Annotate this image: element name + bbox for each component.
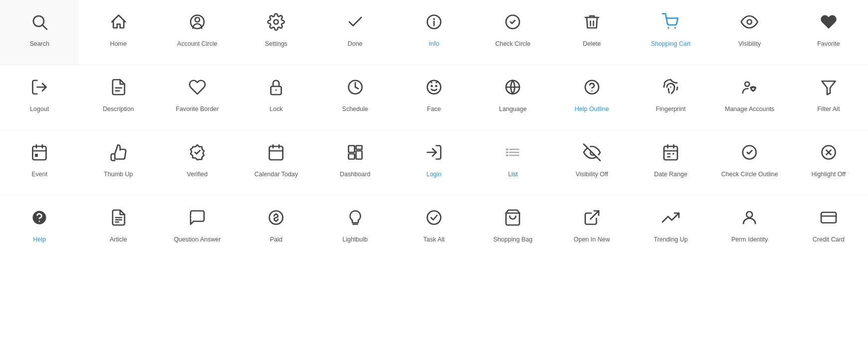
icon-cell-favorite-border[interactable]: Favorite Border [158,65,237,130]
svg-point-3 [195,17,199,22]
perm-identity-label: Perm Identity [731,235,768,243]
svg-point-18 [427,81,440,94]
svg-rect-72 [821,213,836,223]
visibility-off-label: Visibility Off [576,170,608,178]
task-alt-label: Task Alt [423,235,444,243]
open-in-new-icon [583,207,601,229]
icon-cell-question-answer[interactable]: Question Answer [158,196,237,260]
check-circle-icon [504,11,522,33]
icon-cell-shopping-cart[interactable]: Shopping Cart [631,0,710,65]
icon-cell-delete[interactable]: Delete [553,0,631,65]
icon-cell-account-circle[interactable]: Account Circle [158,0,237,65]
svg-point-26 [591,90,592,91]
icon-cell-done[interactable]: Done [315,0,394,65]
icon-cell-face[interactable]: Face [395,65,473,130]
schedule-icon [346,76,364,98]
lightbulb-icon [346,207,364,229]
icon-cell-schedule[interactable]: Schedule [315,65,394,130]
icon-cell-calendar-today[interactable]: Calendar Today [237,130,315,195]
svg-line-1 [43,25,47,29]
icon-cell-list[interactable]: List [473,130,552,195]
paid-label: Paid [270,235,283,243]
icon-cell-search[interactable]: Search [0,0,79,65]
manage-accounts-icon [740,76,758,98]
question-answer-icon [188,207,206,229]
fingerprint-icon [662,76,680,98]
check-circle-outline-label: Check Circle Outline [721,170,778,178]
trending-up-label: Trending Up [654,235,688,243]
highlight-off-label: Highlight Off [812,170,846,178]
icon-cell-verified[interactable]: Verified [158,130,237,195]
search-label: Search [29,40,49,48]
icon-cell-event[interactable]: Event [0,130,79,195]
highlight-off-icon [820,141,838,163]
icon-cell-language[interactable]: Language [473,65,552,130]
icon-cell-info[interactable]: Info [395,0,473,65]
description-label: Description [103,105,134,113]
icon-cell-perm-identity[interactable]: Perm Identity [710,196,789,260]
icon-cell-favorite[interactable]: Favorite [789,0,868,65]
lock-label: Lock [270,105,283,113]
icon-cell-fingerprint[interactable]: Fingerprint [631,65,710,130]
icon-cell-thumb-up[interactable]: Thumb Up [79,130,157,195]
icon-cell-highlight-off[interactable]: Highlight Off [789,130,868,195]
icon-cell-article[interactable]: Article [79,196,157,260]
list-icon [504,141,522,163]
icon-cell-shopping-bag[interactable]: Shopping Bag [473,196,552,260]
icon-cell-check-circle-outline[interactable]: Check Circle Outline [710,130,789,195]
icon-cell-home[interactable]: Home [79,0,157,65]
date-range-icon [662,141,680,163]
icon-cell-dashboard[interactable]: Dashboard [315,130,394,195]
icon-cell-lock[interactable]: Lock [237,65,315,130]
verified-label: Verified [187,170,208,178]
account-circle-label: Account Circle [177,40,218,48]
lightbulb-label: Lightbulb [342,235,368,243]
icon-cell-date-range[interactable]: Date Range [631,130,710,195]
svg-rect-41 [356,151,362,159]
favorite-icon [820,11,838,33]
icon-cell-credit-card[interactable]: Credit Card [789,196,868,260]
icon-cell-help-outline[interactable]: Help Outline [553,65,631,130]
icon-cell-visibility-off[interactable]: Visibility Off [553,130,631,195]
shopping-cart-label: Shopping Cart [651,40,691,48]
logout-icon [30,76,48,98]
logout-label: Logout [30,105,49,113]
icon-cell-lightbulb[interactable]: Lightbulb [315,196,394,260]
visibility-off-icon [583,141,601,163]
icon-cell-task-alt[interactable]: Task Alt [395,196,473,260]
account-circle-icon [188,11,206,33]
svg-point-62 [33,211,46,225]
icon-cell-trending-up[interactable]: Trending Up [631,196,710,260]
paid-icon [267,207,285,229]
svg-rect-42 [348,154,354,159]
info-label: Info [429,40,439,48]
icon-cell-help[interactable]: Help [0,196,79,260]
svg-point-27 [745,82,749,87]
task-alt-icon [425,207,443,229]
delete-icon [583,11,601,33]
credit-card-label: Credit Card [813,235,845,243]
thumb-up-icon [110,141,128,163]
check-circle-outline-icon [740,141,758,163]
verified-icon [188,141,206,163]
icon-cell-manage-accounts[interactable]: Manage Accounts [710,65,789,130]
svg-marker-29 [822,81,835,95]
icon-cell-description[interactable]: Description [79,65,157,130]
icon-cell-logout[interactable]: Logout [0,65,79,130]
icon-grid: Search Home Account Circle Settings Done… [0,0,868,260]
icon-cell-settings[interactable]: Settings [237,0,315,65]
icon-cell-paid[interactable]: Paid [237,196,315,260]
svg-line-70 [590,211,599,220]
svg-point-68 [427,211,440,225]
settings-icon [267,11,285,33]
icon-cell-check-circle[interactable]: Check Circle [473,0,552,65]
shopping-bag-label: Shopping Bag [493,235,533,243]
icon-cell-visibility[interactable]: Visibility [710,0,789,65]
icon-cell-login[interactable]: Login [395,130,473,195]
icon-cell-filter-alt[interactable]: Filter Alt [789,65,868,130]
event-label: Event [31,170,47,178]
help-icon [30,207,48,229]
home-label: Home [110,40,127,48]
icon-cell-open-in-new[interactable]: Open In New [553,196,631,260]
filter-alt-label: Filter Alt [817,105,840,113]
